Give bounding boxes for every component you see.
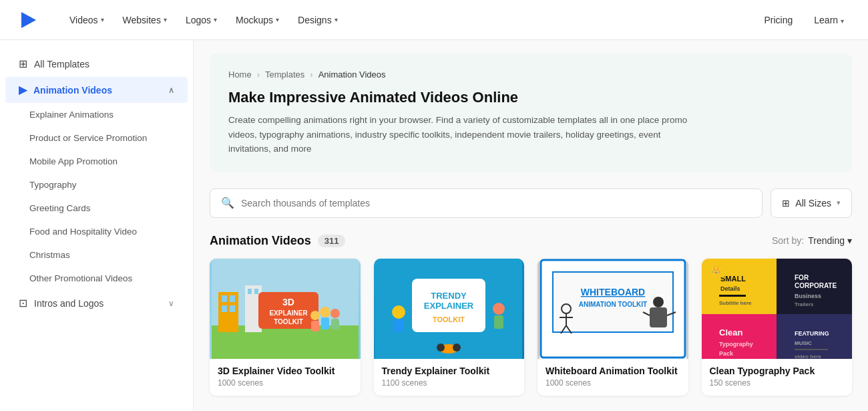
thumb-cell-3: Clean Typography Pack bbox=[702, 314, 777, 359]
sidebar-item-all-templates[interactable]: ⊞ All Templates bbox=[5, 51, 188, 77]
monitor-icon: ⊡ bbox=[19, 297, 27, 309]
template-card-3d-explainer[interactable]: 3D EXPLAINER TOOLKIT bbox=[210, 259, 361, 396]
filter-icon: ⊞ bbox=[782, 198, 790, 209]
card-thumbnail: TRENDY EXPLAINER TOOLKIT bbox=[374, 259, 525, 359]
grid-count-badge: 311 bbox=[318, 235, 346, 247]
main-layout: ⊞ All Templates ▶ Animation Videos ∧ Exp… bbox=[0, 40, 868, 411]
sidebar-sub-typography[interactable]: Typography bbox=[5, 173, 188, 196]
chevron-down-icon: ▾ bbox=[214, 16, 217, 23]
card-scenes: 1000 scenes bbox=[546, 378, 680, 388]
chevron-down-icon: ▾ bbox=[335, 16, 338, 23]
svg-point-15 bbox=[320, 307, 331, 317]
svg-text:CORPORATE: CORPORATE bbox=[795, 282, 837, 289]
nav-links: Videos ▾ Websites ▾ Logos ▾ Mockups ▾ De… bbox=[61, 11, 756, 29]
grid-header: Animation Videos 311 Sort by: Trending ▾ bbox=[210, 234, 852, 248]
nav-websites[interactable]: Websites ▾ bbox=[115, 11, 175, 29]
sidebar-sub-food-hospitality[interactable]: Food and Hospitality Video bbox=[5, 220, 188, 243]
sidebar-sub-product-service[interactable]: Product or Service Promotion bbox=[5, 126, 188, 150]
chevron-up-icon: ∧ bbox=[168, 86, 174, 95]
sidebar-sub-explainer-animations[interactable]: Explainer Animations bbox=[5, 103, 188, 126]
svg-point-32 bbox=[453, 344, 461, 352]
breadcrumb: Home › Templates › Animation Videos bbox=[228, 70, 833, 80]
logo[interactable] bbox=[16, 8, 40, 32]
nav-pricing[interactable]: Pricing bbox=[756, 11, 801, 29]
sidebar-sub-christmas[interactable]: Christmas bbox=[5, 243, 188, 267]
thumbnail-trendy: TRENDY EXPLAINER TOOLKIT bbox=[374, 259, 525, 359]
svg-rect-29 bbox=[494, 315, 503, 329]
svg-text:Pack: Pack bbox=[719, 350, 734, 357]
play-icon: ▶ bbox=[19, 84, 27, 96]
svg-rect-4 bbox=[222, 295, 227, 302]
size-filter-button[interactable]: ⊞ All Sizes ▾ bbox=[771, 188, 852, 218]
card-title: 3D Explainer Video Toolkit bbox=[218, 366, 353, 376]
thumbnail-3d: 3D EXPLAINER TOOLKIT bbox=[210, 259, 361, 359]
search-input[interactable] bbox=[241, 198, 751, 209]
hero-banner: Home › Templates › Animation Videos Make… bbox=[210, 53, 852, 172]
sidebar: ⊞ All Templates ▶ Animation Videos ∧ Exp… bbox=[0, 40, 194, 411]
nav-right: Pricing Learn ▾ bbox=[756, 11, 853, 29]
search-row: 🔍 ⊞ All Sizes ▾ bbox=[210, 188, 852, 218]
sidebar-item-animation-videos[interactable]: ▶ Animation Videos ∧ bbox=[5, 77, 188, 103]
search-icon: 🔍 bbox=[221, 196, 234, 209]
svg-rect-64 bbox=[795, 349, 828, 350]
sidebar-sub-other-promo[interactable]: Other Promotional Videos bbox=[5, 267, 188, 290]
sidebar-item-intros-logos[interactable]: ⊡ Intros and Logos ∨ bbox=[5, 290, 188, 316]
svg-marker-0 bbox=[21, 12, 36, 28]
chevron-down-icon: ▾ bbox=[837, 198, 841, 207]
chevron-down-icon: ∨ bbox=[168, 299, 174, 308]
svg-text:Subtitle here: Subtitle here bbox=[719, 300, 752, 306]
grid-title: Animation Videos bbox=[210, 234, 311, 248]
template-card-typography[interactable]: SMALL Details Subtitle here FOR CORPORAT… bbox=[702, 259, 853, 396]
svg-text:TOOLKIT: TOOLKIT bbox=[433, 315, 465, 323]
nav-designs[interactable]: Designs ▾ bbox=[290, 11, 346, 29]
svg-text:MUSIC: MUSIC bbox=[795, 340, 812, 346]
card-scenes: 1100 scenes bbox=[382, 378, 517, 388]
breadcrumb-sep-1: › bbox=[257, 70, 260, 80]
card-thumbnail: WHITEBOARD ANIMATION TOOLKIT bbox=[537, 259, 688, 359]
svg-rect-27 bbox=[394, 319, 403, 332]
card-title: Trendy Explainer Toolkit bbox=[382, 366, 517, 376]
thumb-cell-2: FOR CORPORATE Business Trailers bbox=[777, 259, 852, 314]
svg-text:FOR: FOR bbox=[795, 274, 809, 281]
card-thumbnail: 3D EXPLAINER TOOLKIT bbox=[210, 259, 361, 359]
nav-learn[interactable]: Learn ▾ bbox=[806, 11, 852, 29]
svg-rect-6 bbox=[222, 305, 227, 312]
banner-title: Make Impressive Animated Videos Online bbox=[228, 89, 833, 106]
breadcrumb-home[interactable]: Home bbox=[228, 70, 252, 80]
svg-text:Clean: Clean bbox=[719, 327, 742, 337]
template-card-whiteboard[interactable]: WHITEBOARD ANIMATION TOOLKIT bbox=[537, 259, 688, 396]
svg-rect-3 bbox=[218, 292, 238, 332]
svg-text:Details: Details bbox=[720, 285, 740, 292]
svg-text:Business: Business bbox=[795, 293, 821, 299]
sort-value-dropdown[interactable]: Trending ▾ bbox=[808, 235, 852, 246]
nav-mockups[interactable]: Mockups ▾ bbox=[228, 11, 287, 29]
template-grid: 3D EXPLAINER TOOLKIT bbox=[210, 259, 852, 396]
svg-rect-7 bbox=[230, 305, 235, 312]
svg-rect-10 bbox=[254, 289, 258, 294]
svg-rect-5 bbox=[230, 295, 235, 302]
svg-point-26 bbox=[392, 305, 405, 319]
svg-text:WHITEBOARD: WHITEBOARD bbox=[581, 287, 645, 297]
sidebar-sub-greeting-cards[interactable]: Greeting Cards bbox=[5, 196, 188, 220]
sort-by-label: Sort by: bbox=[772, 235, 804, 246]
svg-text:EXPLAINER: EXPLAINER bbox=[424, 301, 474, 311]
sort-control: Sort by: Trending ▾ bbox=[772, 235, 852, 246]
nav-videos[interactable]: Videos ▾ bbox=[61, 11, 112, 29]
thumb-cell-4: FEATURING MUSIC video here bbox=[777, 314, 852, 359]
svg-text:EXPLAINER: EXPLAINER bbox=[269, 309, 308, 317]
nav-logos[interactable]: Logos ▾ bbox=[178, 11, 225, 29]
svg-rect-20 bbox=[311, 321, 319, 331]
svg-point-17 bbox=[331, 309, 340, 318]
breadcrumb-templates[interactable]: Templates bbox=[265, 70, 304, 80]
chevron-down-icon: ▾ bbox=[841, 17, 844, 25]
svg-rect-18 bbox=[331, 319, 339, 329]
card-title: Clean Typography Pack bbox=[710, 366, 845, 376]
main-content: Home › Templates › Animation Videos Make… bbox=[194, 40, 868, 411]
svg-text:Trailers: Trailers bbox=[795, 301, 814, 307]
svg-point-43 bbox=[653, 297, 664, 307]
svg-rect-61 bbox=[789, 317, 839, 359]
card-info: Clean Typography Pack 150 scenes bbox=[702, 359, 853, 396]
template-card-trendy[interactable]: TRENDY EXPLAINER TOOLKIT bbox=[374, 259, 525, 396]
sidebar-sub-mobile-app[interactable]: Mobile App Promotion bbox=[5, 150, 188, 173]
search-box: 🔍 bbox=[210, 188, 763, 218]
